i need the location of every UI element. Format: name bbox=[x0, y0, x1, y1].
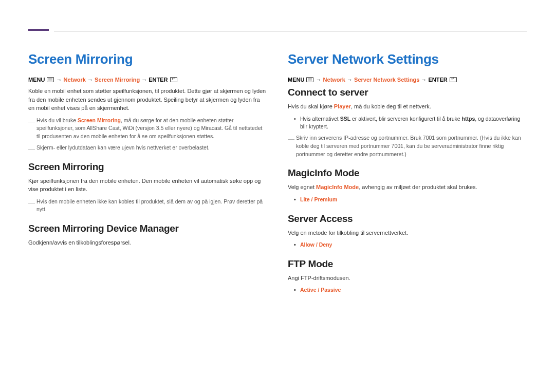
server-access-title: Server Access bbox=[288, 213, 527, 225]
arrow: → bbox=[421, 77, 427, 83]
server-access-options: Allow / Deny bbox=[288, 241, 527, 249]
arrow: → bbox=[87, 77, 93, 83]
ftp-mode-option: Active / Passive bbox=[288, 286, 527, 294]
screen-mirroring-subtitle: Screen Mirroring bbox=[28, 161, 267, 173]
arrow: → bbox=[347, 77, 353, 83]
arrow: → bbox=[57, 77, 62, 83]
enter-icon bbox=[450, 77, 457, 82]
header-accent bbox=[28, 29, 49, 31]
breadcrumb-network: Network bbox=[323, 77, 345, 83]
breadcrumb-network: Network bbox=[64, 77, 86, 83]
intro-text: Koble en mobil enhet som støtter speilfu… bbox=[28, 87, 267, 113]
magicinfo-option: Lite / Premium bbox=[288, 196, 527, 204]
menu-label: MENU bbox=[288, 77, 304, 83]
connect-to-server-title: Connect to server bbox=[288, 87, 527, 98]
sub1-body: Kjør speilfunksjonen fra den mobile enhe… bbox=[28, 177, 267, 194]
note-network-overload: Skjerm- eller lydutdataen kan være ujevn… bbox=[28, 144, 267, 152]
device-manager-title: Screen Mirroring Device Manager bbox=[28, 223, 267, 234]
server-access-body: Velg en metode for tilkobling til server… bbox=[288, 229, 527, 237]
right-column: Server Network Settings MENU → Network →… bbox=[288, 51, 527, 297]
header-rule bbox=[54, 31, 527, 31]
connect-body: Hvis du skal kjøre Player, må du koble d… bbox=[288, 102, 527, 111]
menu-icon bbox=[306, 77, 313, 82]
magicinfo-mode-title: MagicInfo Mode bbox=[288, 167, 527, 179]
breadcrumb-left: MENU → Network → Screen Mirroring → ENTE… bbox=[28, 77, 267, 83]
ftp-mode-options: Active / Passive bbox=[288, 286, 527, 294]
server-access-option: Allow / Deny bbox=[288, 241, 527, 249]
note-mirroring-support: Hvis du vil bruke Screen Mirroring, må d… bbox=[28, 117, 267, 141]
menu-label: MENU bbox=[28, 77, 45, 83]
arrow: → bbox=[141, 77, 147, 83]
magicinfo-options: Lite / Premium bbox=[288, 196, 527, 204]
enter-icon bbox=[170, 77, 177, 82]
enter-label: ENTER bbox=[428, 77, 447, 83]
magicinfo-body: Velg egnet MagicInfo Mode, avhengig av m… bbox=[288, 183, 527, 192]
left-column: Screen Mirroring MENU → Network → Screen… bbox=[28, 51, 267, 297]
ssl-bullet-list: Hvis alternativet SSL er aktivert, blir … bbox=[288, 115, 527, 132]
note-ip-port: Skriv inn serverens IP-adresse og portnu… bbox=[288, 134, 527, 158]
ftp-mode-body: Angi FTP-driftsmodusen. bbox=[288, 274, 527, 283]
ftp-mode-title: FTP Mode bbox=[288, 258, 527, 270]
breadcrumb-right: MENU → Network → Server Network Settings… bbox=[288, 77, 527, 83]
arrow: → bbox=[316, 77, 322, 83]
breadcrumb-screen-mirroring: Screen Mirroring bbox=[95, 77, 140, 83]
menu-icon bbox=[47, 77, 54, 82]
note-retry: Hvis den mobile enheten ikke kan kobles … bbox=[28, 198, 267, 214]
page-content: Screen Mirroring MENU → Network → Screen… bbox=[0, 0, 555, 297]
ssl-bullet: Hvis alternativet SSL er aktivert, blir … bbox=[288, 115, 527, 132]
breadcrumb-server-settings: Server Network Settings bbox=[354, 77, 419, 83]
server-network-settings-title: Server Network Settings bbox=[288, 51, 527, 67]
device-manager-body: Godkjenn/avvis en tilkoblingsforespørsel… bbox=[28, 238, 267, 247]
screen-mirroring-title: Screen Mirroring bbox=[28, 51, 267, 67]
enter-label: ENTER bbox=[149, 77, 168, 83]
